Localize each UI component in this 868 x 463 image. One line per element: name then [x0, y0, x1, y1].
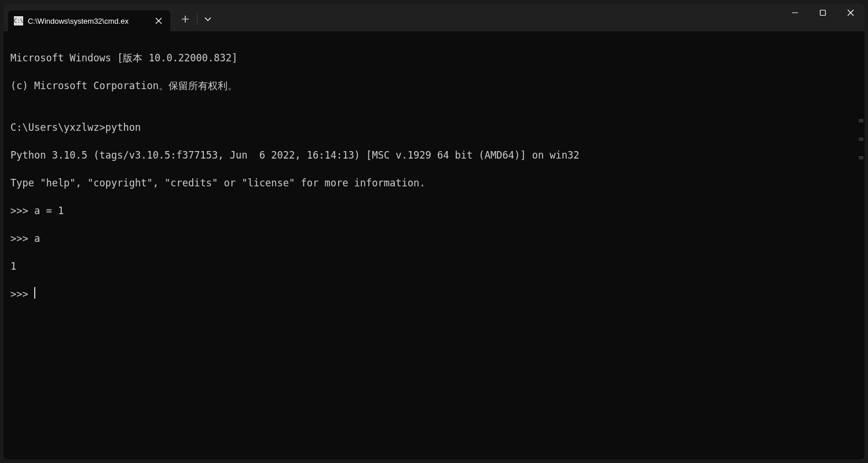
- side-handles: [859, 119, 863, 163]
- terminal-line: Microsoft Windows [版本 10.0.22000.832]: [10, 51, 858, 65]
- maximize-icon: [819, 9, 826, 16]
- svg-rect-5: [821, 10, 826, 16]
- chevron-down-icon: [204, 17, 211, 21]
- divider: [197, 13, 197, 25]
- terminal-line: Type "help", "copyright", "credits" or "…: [10, 176, 858, 190]
- plus-icon: [182, 16, 189, 23]
- scroll-handle[interactable]: [859, 156, 863, 163]
- prompt: >>>: [10, 288, 34, 300]
- terminal-content[interactable]: Microsoft Windows [版本 10.0.22000.832] (c…: [3, 31, 865, 460]
- scroll-handle[interactable]: [859, 138, 863, 145]
- terminal-line: >>> a = 1: [10, 204, 858, 218]
- close-icon: [847, 9, 854, 16]
- terminal-line: (c) Microsoft Corporation。保留所有权利。: [10, 79, 858, 93]
- terminal-line: 1: [10, 259, 858, 273]
- window-controls: [781, 3, 865, 31]
- maximize-button[interactable]: [809, 3, 837, 22]
- tab-cmd[interactable]: C:\ C:\Windows\system32\cmd.ex: [8, 10, 170, 31]
- tab-dropdown-button[interactable]: [199, 10, 217, 28]
- minimize-icon: [792, 9, 799, 16]
- tab-close-button[interactable]: [153, 15, 164, 27]
- new-tab-button[interactable]: [175, 10, 196, 28]
- terminal-prompt-line: >>>: [10, 287, 858, 301]
- terminal-line: C:\Users\yxzlwz>python: [10, 120, 858, 134]
- terminal-line: Python 3.10.5 (tags/v3.10.5:f377153, Jun…: [10, 148, 858, 162]
- minimize-button[interactable]: [781, 3, 809, 22]
- window-close-button[interactable]: [837, 3, 865, 22]
- cursor: [34, 287, 35, 299]
- titlebar: C:\ C:\Windows\system32\cmd.ex: [3, 3, 865, 31]
- cmd-icon: C:\: [14, 16, 23, 25]
- close-icon: [155, 17, 162, 24]
- terminal-window: C:\ C:\Windows\system32\cmd.ex: [3, 3, 865, 460]
- terminal-line: >>> a: [10, 232, 858, 245]
- tab-title: C:\Windows\system32\cmd.ex: [28, 17, 149, 25]
- titlebar-actions: [175, 10, 217, 28]
- scroll-handle[interactable]: [859, 119, 863, 126]
